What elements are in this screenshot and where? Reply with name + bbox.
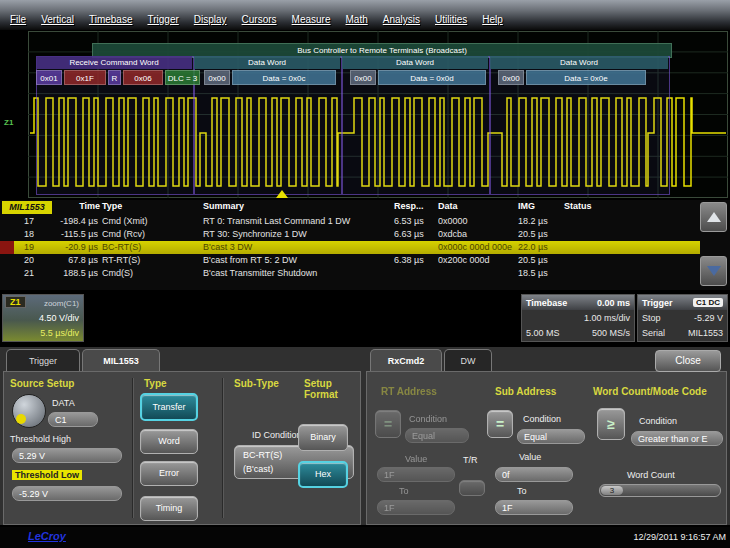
decode-word-header: Data Word [194, 56, 340, 69]
table-row[interactable]: 2067.8 µsRT-RT(S)B'cast from RT 5: 2 DW6… [0, 254, 700, 267]
menu-item-vertical[interactable]: Vertical [41, 14, 74, 25]
rt-condition-field[interactable]: Equal [405, 428, 469, 443]
rt-value-field[interactable]: 1F [377, 467, 455, 482]
menu-item-utilities[interactable]: Utilities [435, 14, 467, 25]
format-hex-button[interactable]: Hex [298, 461, 348, 488]
menu-item-timebase[interactable]: Timebase [89, 14, 133, 25]
menu-item-trigger[interactable]: Trigger [147, 14, 178, 25]
decode-field: 0x06 [123, 70, 163, 85]
tab-mil1553[interactable]: MIL1553 [82, 349, 160, 371]
decode-field: Data = 0x0d [378, 70, 486, 85]
decode-field: Data = 0x0e [526, 70, 646, 85]
decode-field: 0x00 [350, 70, 376, 85]
sub-to-field[interactable]: 1F [495, 500, 573, 515]
column-header-type: Type [102, 201, 122, 214]
trigger-position-icon[interactable] [276, 190, 288, 198]
dialog-area: Trigger MIL1553 RxCmd2 DW Source Setup D… [0, 347, 730, 525]
close-button[interactable]: Close [655, 350, 721, 372]
source-channel-field[interactable]: C1 [48, 412, 98, 427]
menu-bar: File Vertical Timebase Trigger Display C… [0, 0, 730, 30]
word-count-header: Word Count/Mode Code [593, 386, 707, 397]
trigger-protocol: MIL1553 [688, 328, 723, 338]
sub-value-field[interactable]: 0f [495, 467, 573, 482]
timebase-samples: 5.00 MS [526, 328, 560, 338]
zoom-trace-tab: Z1 [5, 296, 26, 308]
scroll-down-icon [707, 266, 721, 276]
wc-condition-label: Condition [639, 416, 677, 426]
wc-condition-field[interactable]: Greater than or E [631, 431, 723, 446]
type-error-button[interactable]: Error [140, 461, 198, 486]
decode-field: Data = 0x0c [232, 70, 336, 85]
threshold-high-field[interactable]: 5.29 V [12, 448, 122, 463]
rt-to-field[interactable]: 1F [377, 500, 455, 515]
mil1553-trigger-panel: Source Setup DATA C1 Threshold High 5.29… [3, 371, 361, 525]
column-header-resp: Resp... [394, 201, 424, 214]
zoom-source-label: zoom(C1) [44, 299, 79, 308]
column-header-img: IMG [518, 201, 535, 214]
timebase-descriptor[interactable]: Timebase0.00 ms 1.00 ms/div 5.00 MS500 M… [521, 294, 635, 342]
sub-value-label: Value [519, 452, 541, 462]
table-row-selected[interactable]: 19-20.9 µsBC-RT(S)B'cast 3 DW0x000c 000d… [0, 241, 700, 254]
menu-item-measure[interactable]: Measure [292, 14, 331, 25]
type-word-button[interactable]: Word [140, 429, 198, 454]
menu-item-file[interactable]: File [10, 14, 26, 25]
zoom-vscale: 4.50 V/div [39, 313, 79, 323]
type-timing-button[interactable]: Timing [140, 496, 198, 521]
setup-format-header: Setup Format [304, 378, 358, 400]
tab-trigger[interactable]: Trigger [6, 349, 80, 371]
oscilloscope-screen: File Vertical Timebase Trigger Display C… [0, 0, 730, 548]
table-row[interactable]: 17-198.4 µsCmd (Xmit)RT 0: Transmit Last… [0, 215, 700, 228]
greater-equal-icon: ≥ [607, 416, 615, 432]
tr-button[interactable] [459, 480, 485, 496]
sub-condition-label: Condition [523, 414, 561, 424]
sub-to-label: To [517, 486, 527, 496]
timebase-offset: 0.00 ms [597, 298, 630, 308]
brand-logo: LeCroy [28, 530, 66, 542]
tr-label: T/R [463, 455, 478, 465]
scroll-up-button[interactable] [700, 202, 727, 232]
equals-icon: = [384, 416, 392, 432]
source-setup-header: Source Setup [10, 378, 74, 389]
table-row[interactable]: 21188.5 µsCmd(S)B'cast Transmitter Shutd… [0, 267, 700, 280]
menu-item-analysis[interactable]: Analysis [383, 14, 420, 25]
timebase-label: Timebase [526, 298, 567, 308]
trigger-descriptor[interactable]: TriggerC1 DC Stop-5.29 V SerialMIL1553 [637, 294, 728, 342]
type-transfer-button[interactable]: Transfer [140, 393, 198, 421]
menu-item-help[interactable]: Help [482, 14, 503, 25]
data-label: DATA [52, 398, 75, 408]
column-header-data: Data [438, 201, 458, 214]
column-header-summary: Summary [203, 201, 244, 214]
tab-rxcmd2[interactable]: RxCmd2 [370, 349, 442, 371]
slider-handle[interactable]: 3 [601, 486, 623, 495]
bottom-bar: LeCroy 12/29/2011 9:16:57 AM [0, 527, 730, 548]
menu-item-cursors[interactable]: Cursors [242, 14, 277, 25]
word-count-slider[interactable]: 3 [599, 484, 721, 497]
sub-condition-field[interactable]: Equal [517, 429, 585, 444]
tab-dw[interactable]: DW [444, 349, 492, 371]
zoom-trace-descriptor[interactable]: Z1 zoom(C1) 4.50 V/div 5.5 µs/div [2, 294, 84, 342]
knob-icon[interactable] [12, 394, 46, 428]
decode-table: MIL1553 Time Type Summary Resp... Data I… [0, 200, 730, 290]
table-row[interactable]: 18-115.5 µsCmd (Rcv)RT 30: Synchronize 1… [0, 228, 700, 241]
scroll-down-button[interactable] [700, 256, 727, 286]
decode-field: 0x1F [64, 70, 106, 85]
decode-field: 0x00 [204, 70, 230, 85]
menu-item-math[interactable]: Math [346, 14, 368, 25]
decode-field: 0x00 [498, 70, 524, 85]
threshold-high-label: Threshold High [10, 434, 71, 444]
waveform-grid: Bus Controller to Remote Terminals (Broa… [28, 31, 728, 198]
threshold-low-label: Threshold Low [12, 470, 82, 480]
timebase-scale: 1.00 ms/div [584, 313, 630, 323]
format-binary-button[interactable]: Binary [298, 424, 348, 451]
rt-address-header: RT Address [381, 386, 437, 397]
rt-condition-icon-button[interactable]: = [375, 410, 401, 438]
threshold-low-field[interactable]: -5.29 V [12, 486, 122, 501]
decode-word-header: Data Word [342, 56, 488, 69]
decode-field: R [108, 70, 121, 85]
decode-field: 0x01 [36, 70, 62, 85]
sub-condition-icon-button[interactable]: = [487, 410, 513, 438]
menu-item-display[interactable]: Display [194, 14, 227, 25]
rt-to-label: To [399, 486, 409, 496]
wc-condition-icon-button[interactable]: ≥ [597, 408, 625, 440]
clock-timestamp: 12/29/2011 9:16:57 AM [634, 532, 726, 542]
